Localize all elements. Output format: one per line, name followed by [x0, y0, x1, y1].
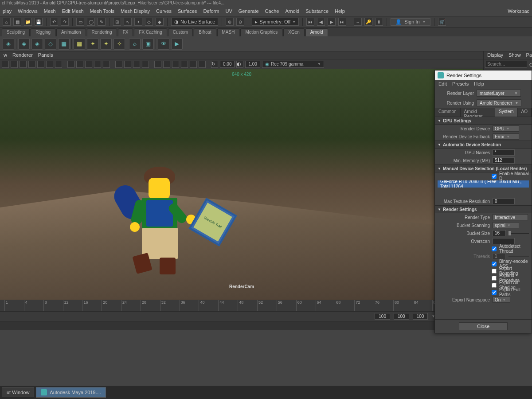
vp-btn-7[interactable]	[55, 61, 62, 68]
rs-tab-arnold[interactable]: Arnold Renderer	[461, 108, 496, 117]
gpu-device-selected[interactable]: GeForce RTX 2080 Ti ( Free: 10518 MB , T…	[438, 180, 529, 188]
export-shading-checkbox[interactable]	[492, 283, 497, 288]
close-button[interactable]: Close	[459, 322, 508, 330]
vp-btn-14[interactable]	[124, 61, 131, 68]
play-back-icon[interactable]: ◀	[317, 18, 325, 26]
new-icon[interactable]: ▦	[13, 18, 21, 26]
section-render-settings[interactable]: ▼Render Settings	[435, 205, 532, 213]
range-icon[interactable]: ↔	[354, 18, 362, 26]
shelf-tab-rendering[interactable]: Rendering	[87, 28, 117, 36]
play-fwd-icon[interactable]: ▶	[328, 18, 336, 26]
vp-btn-16[interactable]	[142, 61, 149, 68]
bucket-size-slider[interactable]	[509, 233, 529, 234]
marketplace-icon[interactable]: 🛒	[438, 18, 446, 26]
shelf-tab-sculpting[interactable]: Sculpting	[2, 28, 30, 36]
menu-generate[interactable]: Generate	[239, 8, 259, 15]
shelf-icon-13[interactable]: ▶	[171, 38, 183, 50]
vp-btn-13[interactable]	[115, 61, 122, 68]
open-icon[interactable]: 📁	[24, 18, 32, 26]
snap-grid-icon[interactable]: ⊞	[113, 18, 121, 26]
save-icon[interactable]: 💾	[35, 18, 43, 26]
menu-cache[interactable]: Cache	[265, 8, 279, 15]
shelf-icon-12[interactable]: 👁	[158, 38, 169, 50]
channel-box-tab[interactable]: Chan	[527, 61, 532, 69]
shelf-icon-7[interactable]: ✦	[87, 38, 98, 50]
binary-ass-checkbox[interactable]	[492, 262, 497, 266]
vp-btn-3[interactable]	[20, 61, 27, 68]
vp-btn-11[interactable]	[94, 61, 101, 68]
select-icon[interactable]: ▭	[76, 18, 84, 26]
shelf-icon-9[interactable]: ✧	[113, 38, 125, 50]
home-icon[interactable]: ⌂	[3, 18, 11, 26]
lasso-icon[interactable]: ◯	[87, 18, 95, 26]
shelf-tab-fx[interactable]: FX	[118, 28, 133, 36]
render-using-dropdown[interactable]: Arnold Renderer▼	[477, 99, 521, 106]
symmetry-dropdown[interactable]: ▸Symmetry: Off▼	[252, 18, 299, 26]
vp-btn-18[interactable]	[163, 61, 170, 68]
shelf-tab-mash[interactable]: MASH	[217, 28, 240, 36]
vp-btn-refresh[interactable]: ↻	[211, 61, 218, 68]
snap-live-icon[interactable]: ◆	[156, 18, 164, 26]
menu-curves[interactable]: Curves	[156, 8, 172, 15]
play-end-icon[interactable]: ⏭	[338, 18, 346, 26]
rs-tab-system[interactable]: System	[495, 108, 517, 117]
menu-windows[interactable]: Windows	[18, 8, 38, 15]
construction-icon[interactable]: ⊕	[226, 18, 234, 26]
shelf-tab-rigging[interactable]: Rigging	[31, 28, 55, 36]
vp-btn-15[interactable]	[133, 61, 140, 68]
menu-uv[interactable]: UV	[225, 8, 232, 15]
play-start-icon[interactable]: ⏮	[306, 18, 314, 26]
undo-icon[interactable]: ↶	[50, 18, 58, 26]
menu-surfaces[interactable]: Surfaces	[178, 8, 197, 15]
vp-menu-panels[interactable]: Panels	[38, 52, 53, 58]
shelf-tab-motiongraphics[interactable]: Motion Graphics	[240, 28, 282, 36]
vp-btn-19[interactable]	[172, 61, 179, 68]
menu-arnold[interactable]: Arnold	[285, 8, 299, 15]
render-type-dropdown[interactable]: Interactive	[493, 214, 528, 220]
overscan-input[interactable]	[493, 238, 515, 244]
export-ns-dropdown[interactable]: On▼	[493, 297, 510, 303]
shelf-icon-1[interactable]: ◈	[3, 38, 14, 50]
vp-btn-20[interactable]	[181, 61, 188, 68]
shelf-icon-6[interactable]: ▦	[74, 38, 85, 50]
outliner-menu-show[interactable]: Show	[509, 52, 521, 58]
shelf-icon-3[interactable]: ◈	[31, 38, 43, 50]
vp-btn-17[interactable]	[154, 61, 161, 68]
shelf-icon-8[interactable]: ✦	[100, 38, 112, 50]
paint-icon[interactable]: ✎	[98, 18, 106, 26]
fallback-dropdown[interactable]: Error▼	[493, 133, 519, 140]
rs-menu-help[interactable]: Help	[474, 81, 484, 87]
rs-menu-presets[interactable]: Presets	[452, 81, 469, 87]
vp-btn-4[interactable]	[28, 61, 35, 68]
enable-manual-checkbox[interactable]	[492, 174, 497, 179]
vp-btn-9[interactable]	[76, 61, 83, 68]
vp-btn-1[interactable]	[2, 61, 9, 68]
menu-play[interactable]: play	[3, 8, 12, 15]
range-end-extra[interactable]: 100	[413, 313, 428, 320]
shelf-tab-custom[interactable]: Custom	[168, 28, 193, 36]
autodetect-threads-checkbox[interactable]	[492, 246, 497, 251]
rs-tab-common[interactable]: Common	[435, 108, 461, 117]
shelf-tab-arnold[interactable]: Arnold	[305, 28, 328, 36]
vp-btn-2[interactable]	[11, 61, 18, 68]
outliner-menu-panels[interactable]: Panels	[526, 52, 532, 58]
section-gpu-settings[interactable]: ▼GPU Settings	[435, 117, 532, 125]
taskbar-item-output[interactable]: ut Window	[2, 387, 34, 397]
outliner-menu-display[interactable]: Display	[487, 52, 503, 58]
vp-colorspace-dropdown[interactable]: ◉Rec 709 gamma▼	[262, 61, 324, 68]
menu-substance[interactable]: Substance	[305, 8, 329, 15]
vp-btn-8[interactable]	[67, 61, 74, 68]
shelf-tab-fxcaching[interactable]: FX Caching	[134, 28, 167, 36]
shelf-tab-animation[interactable]: Animation	[56, 28, 86, 36]
vp-btn-22[interactable]	[199, 61, 206, 68]
shelf-tab-bifrost[interactable]: Bifrost	[194, 28, 216, 36]
render-view[interactable]: 640 x 420 Greeble Trail RenderCam	[0, 69, 483, 300]
rs-tab-aov[interactable]: AO	[518, 108, 532, 117]
min-memory-input[interactable]: 512	[493, 157, 515, 164]
bucket-scan-dropdown[interactable]: spiral▼	[493, 222, 519, 228]
redo-icon[interactable]: ↷	[61, 18, 69, 26]
menu-mesh-tools[interactable]: Mesh Tools	[90, 8, 114, 15]
vp-btn-10[interactable]	[85, 61, 92, 68]
outliner-search[interactable]: Search...	[485, 61, 531, 68]
hist-off-icon[interactable]: ⊖	[236, 18, 244, 26]
